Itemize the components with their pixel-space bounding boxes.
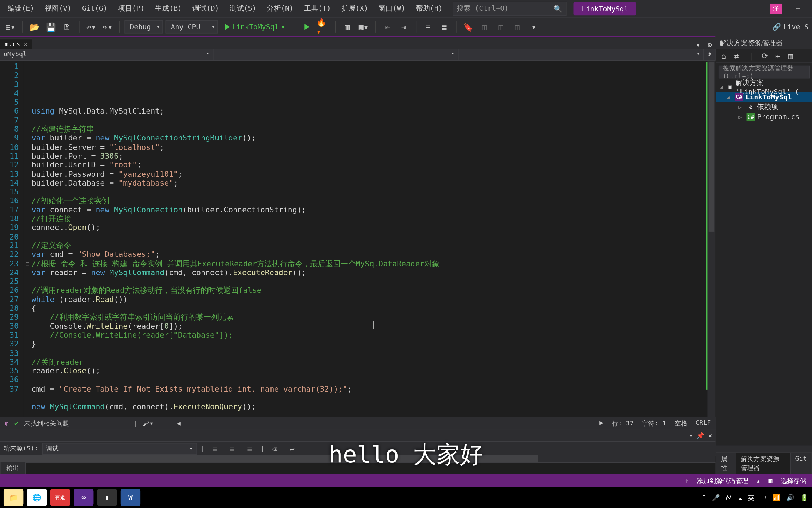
cleanup-icon[interactable]: 🖌▾ <box>143 420 153 428</box>
system-tray[interactable]: ˄ 🎤 🗲 ☁ 英 中 📶 🔊 🔋 <box>702 493 808 502</box>
split-icon[interactable]: ⊕ <box>704 49 715 60</box>
clear-icon[interactable]: ⌫ <box>267 442 282 456</box>
tab-git[interactable]: Git <box>791 453 812 474</box>
save-all-icon[interactable]: 🗎 <box>60 20 74 34</box>
tab-dropdown-icon[interactable]: ▾ <box>692 41 704 49</box>
tab-properties[interactable]: 属性 <box>716 453 736 474</box>
cloud-icon[interactable]: ☁ <box>738 494 742 501</box>
hot-reload-icon[interactable]: 🔥▾ <box>316 20 330 34</box>
whitespace-indicator[interactable]: 空格 <box>675 419 687 428</box>
tb-icon-9[interactable]: ◫ <box>510 20 524 34</box>
select-repo[interactable]: 选择存储 <box>781 476 806 485</box>
edge-icon[interactable]: 🌐 <box>27 489 47 506</box>
tb-icon-3[interactable]: ⇤ <box>381 20 395 34</box>
file-node[interactable]: ▷C#Program.cs <box>716 112 812 122</box>
menu-item[interactable]: 帮助(H) <box>411 2 448 14</box>
output-source-dropdown[interactable]: 调试 <box>42 443 197 454</box>
hscroll-left-icon[interactable]: ◀ <box>177 420 181 428</box>
terminal-icon[interactable]: ▮ <box>97 489 117 506</box>
tb-icon-4[interactable]: ⇥ <box>397 20 411 34</box>
back-nav-icon[interactable]: ⊞▾ <box>4 20 18 34</box>
tb-icon-7[interactable]: ◫ <box>478 20 492 34</box>
menu-item[interactable]: 编辑(E) <box>2 2 40 14</box>
nav-member-dropdown[interactable] <box>214 49 459 60</box>
menu-item[interactable]: 分析(N) <box>262 2 299 14</box>
live-share-button[interactable]: 🔗 Live S <box>772 23 808 31</box>
vertical-scrollbar[interactable] <box>707 61 715 417</box>
tb-icon-5[interactable]: ≡ <box>421 20 435 34</box>
out-icon-1[interactable]: ≡ <box>208 442 222 456</box>
code-editor[interactable]: 1234567891011121314151617181920212223242… <box>0 61 716 417</box>
show-all-icon[interactable]: ▦ <box>785 51 796 61</box>
encoding-indicator[interactable]: CRLF <box>695 419 711 428</box>
side-hscroll[interactable] <box>716 445 812 452</box>
menu-item[interactable]: 调试(D) <box>187 2 224 14</box>
menu-item[interactable]: Git(G) <box>77 2 113 14</box>
menu-item[interactable]: 测试(S) <box>224 2 262 14</box>
search-input[interactable]: 搜索 (Ctrl+Q) 🔍 <box>453 1 567 16</box>
dropdown-icon[interactable]: ▾ <box>689 432 693 440</box>
toolbar: ⊞▾ 📂 💾 🗎 ↶▾ ↷▾ Debug Any CPU LinkToMySql… <box>0 18 812 36</box>
menu-item[interactable]: 窗口(W) <box>373 2 411 14</box>
out-icon-3[interactable]: ≡ <box>243 442 257 456</box>
sync-icon[interactable]: ⇄ <box>731 51 742 61</box>
mic-icon[interactable]: 🎤 <box>712 494 720 501</box>
wifi-icon[interactable]: 📶 <box>773 494 781 501</box>
gear-icon[interactable]: ⚙ <box>704 41 715 49</box>
pin-icon[interactable]: 📌 <box>696 432 705 440</box>
tb-overflow-icon[interactable]: ▾ <box>527 20 541 34</box>
hscroll-right-icon[interactable]: ▶ <box>599 419 603 428</box>
nav-scope-dropdown[interactable]: oMySql <box>0 49 214 60</box>
home-icon[interactable]: ⌂ <box>719 51 729 61</box>
battery-icon[interactable]: 🗲 <box>726 494 732 501</box>
menu-item[interactable]: 工具(T) <box>299 2 336 14</box>
nav-symbol-dropdown[interactable] <box>459 49 704 60</box>
issue-indicator-icon[interactable]: ◐ <box>5 420 8 428</box>
undo-icon[interactable]: ↶▾ <box>84 20 98 34</box>
power-icon[interactable]: 🔋 <box>800 494 808 501</box>
file-tab[interactable]: m.cs ✕ <box>0 38 32 49</box>
start-debug-button[interactable]: LinkToMySql ▾ <box>221 23 290 31</box>
solution-node[interactable]: ◢▣解决方案 'LinkToMySql' ( <box>716 82 812 92</box>
menu-item[interactable]: 项目(P) <box>113 2 150 14</box>
close-panel-icon[interactable]: ✕ <box>708 432 712 440</box>
menu-item[interactable]: 生成(B) <box>150 2 187 14</box>
user-badge[interactable]: 泽 <box>770 3 782 14</box>
solution-search-input[interactable]: 搜索解决方案资源管理器(Ctrl+;) <box>719 66 810 78</box>
minimize-button[interactable]: ─ <box>786 0 810 17</box>
solution-tree[interactable]: ◢▣解决方案 'LinkToMySql' ( ◢C#LinkToMySql ▷⚙… <box>716 81 812 446</box>
start-nodebug-button[interactable] <box>300 24 314 30</box>
vs-icon[interactable]: ∞ <box>74 489 93 506</box>
tab-solution-explorer[interactable]: 解决方案资源管理器 <box>736 453 791 474</box>
deps-node[interactable]: ▷⚙依赖项 <box>716 102 812 112</box>
ime-icon[interactable]: 英 <box>748 493 754 502</box>
line-indicator[interactable]: 行: 37 <box>612 419 634 428</box>
tb-icon-2[interactable]: ▦▾ <box>357 20 371 34</box>
menu-item[interactable]: 视图(V) <box>39 2 77 14</box>
tb-icon-8[interactable]: ◫ <box>494 20 508 34</box>
chevron-up-icon[interactable]: ˄ <box>702 494 706 501</box>
platform-dropdown[interactable]: Any CPU <box>166 20 218 33</box>
tab-strip: m.cs ✕ ▾ ⚙ <box>0 37 716 49</box>
output-tab[interactable]: 输出 <box>0 461 26 474</box>
wordwrap-icon[interactable]: ↩ <box>285 442 299 456</box>
explorer-icon[interactable]: 📁 <box>4 489 23 506</box>
collapse-icon[interactable]: ⇤ <box>773 51 783 61</box>
close-icon[interactable]: ✕ <box>24 40 27 48</box>
save-icon[interactable]: 💾 <box>44 20 58 34</box>
refresh-icon[interactable]: ⟳ <box>759 51 770 61</box>
menu-item[interactable]: 扩展(X) <box>336 2 374 14</box>
bookmark-icon[interactable]: 🔖 <box>461 20 475 34</box>
volume-icon[interactable]: 🔊 <box>786 494 794 501</box>
tb-icon-6[interactable]: ≣ <box>437 20 451 34</box>
open-icon[interactable]: 📂 <box>27 20 42 34</box>
youdao-icon[interactable]: 有道 <box>50 489 70 506</box>
tb-icon-1[interactable]: ▥ <box>340 20 354 34</box>
add-to-source-control[interactable]: 添加到源代码管理 <box>697 476 748 485</box>
config-dropdown[interactable]: Debug <box>124 20 163 33</box>
redo-icon[interactable]: ↷▾ <box>100 20 115 34</box>
ime2-icon[interactable]: 中 <box>760 493 767 502</box>
out-icon-2[interactable]: ≡ <box>225 442 239 456</box>
word-icon[interactable]: W <box>121 489 140 506</box>
char-indicator[interactable]: 字符: 1 <box>642 419 666 428</box>
